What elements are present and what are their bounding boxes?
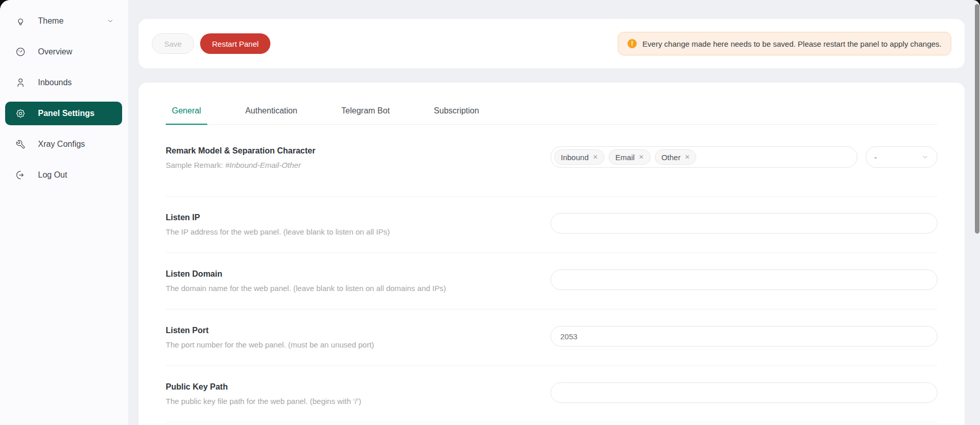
sidebar-item-inbounds[interactable]: Inbounds xyxy=(5,71,122,94)
chevron-down-icon xyxy=(107,17,114,25)
settings-row-public-key-path: Public Key Path The public key file path… xyxy=(166,366,937,422)
remove-tag-icon[interactable]: ✕ xyxy=(593,153,598,161)
wrench-icon xyxy=(15,139,26,149)
separator-character-select[interactable]: - xyxy=(866,146,937,168)
row-control xyxy=(551,382,937,403)
listen-ip-input[interactable] xyxy=(551,213,937,234)
sidebar-item-panel-settings[interactable]: Panel Settings xyxy=(5,102,122,125)
gear-icon xyxy=(15,108,26,119)
settings-row-listen-ip: Listen IP The IP address for the web pan… xyxy=(166,197,937,253)
row-title: Public Key Path xyxy=(166,382,520,392)
row-description: The IP address for the web panel. (leave… xyxy=(166,227,520,236)
tag-other: Other ✕ xyxy=(655,149,697,165)
remark-model-multiselect[interactable]: Inbound ✕ Email ✕ Other ✕ xyxy=(551,146,857,168)
sidebar-item-label: Xray Configs xyxy=(38,140,85,149)
tab-general[interactable]: General xyxy=(166,106,207,125)
sidebar-item-xray-configs[interactable]: Xray Configs xyxy=(5,132,122,156)
alert-text: Every change made here needs to be saved… xyxy=(642,40,942,48)
tab-authentication[interactable]: Authentication xyxy=(239,106,303,124)
row-title: Listen Domain xyxy=(166,269,520,279)
tag-label: Email xyxy=(615,153,635,162)
settings-row-remark-model: Remark Model & Separation Character Samp… xyxy=(166,125,937,197)
sidebar-item-label: Overview xyxy=(38,47,72,56)
logout-icon xyxy=(15,170,26,180)
sidebar-item-label: Theme xyxy=(38,16,64,26)
sidebar-item-label: Panel Settings xyxy=(38,109,94,118)
sidebar-item-log-out[interactable]: Log Out xyxy=(5,163,122,187)
remove-tag-icon[interactable]: ✕ xyxy=(684,153,690,161)
row-title: Remark Model & Separation Character xyxy=(166,146,520,156)
sample-remark-prefix: Sample Remark: xyxy=(166,161,225,169)
sidebar: Theme Overview Inbounds Panel Settings xyxy=(0,0,128,425)
row-label: Remark Model & Separation Character Samp… xyxy=(166,146,551,169)
settings-row-listen-port: Listen Port The port number for the web … xyxy=(166,310,937,366)
panel-settings-card: General Authentication Telegram Bot Subs… xyxy=(139,83,965,425)
sidebar-item-label: Log Out xyxy=(38,170,67,180)
tag-email: Email ✕ xyxy=(609,149,651,165)
tag-inbound: Inbound ✕ xyxy=(554,149,604,165)
remove-tag-icon[interactable]: ✕ xyxy=(639,153,644,161)
sample-remark-value: #Inbound-Email-Other xyxy=(225,161,301,169)
row-label: Listen Domain The domain name for the we… xyxy=(166,269,551,293)
tag-label: Other xyxy=(661,153,681,162)
row-control xyxy=(551,326,937,346)
settings-tabbar: General Authentication Telegram Bot Subs… xyxy=(166,83,937,125)
row-label: Public Key Path The public key file path… xyxy=(166,382,551,405)
row-control xyxy=(551,213,937,234)
row-control: Inbound ✕ Email ✕ Other ✕ - xyxy=(551,146,937,168)
row-description: The port number for the web panel. (must… xyxy=(166,340,520,349)
main-content: Save Restart Panel ! Every change made h… xyxy=(128,0,980,425)
gauge-icon xyxy=(15,47,26,57)
listen-port-input[interactable] xyxy=(551,326,937,346)
restart-warning-alert: ! Every change made here needs to be sav… xyxy=(618,32,951,55)
row-control xyxy=(551,269,937,290)
save-button[interactable]: Save xyxy=(152,33,194,54)
tab-subscription[interactable]: Subscription xyxy=(428,106,485,124)
chevron-down-icon xyxy=(922,153,929,161)
tag-label: Inbound xyxy=(561,153,589,162)
scrollbar-thumb[interactable] xyxy=(975,4,979,234)
settings-row-listen-domain: Listen Domain The domain name for the we… xyxy=(166,253,937,310)
public-key-path-input[interactable] xyxy=(551,382,937,403)
row-label: Listen Port The port number for the web … xyxy=(166,326,551,349)
lightbulb-icon xyxy=(15,16,26,26)
user-icon xyxy=(15,78,26,88)
row-description: Sample Remark: #Inbound-Email-Other xyxy=(166,161,520,169)
toolbar-buttons: Save Restart Panel xyxy=(152,33,270,54)
sidebar-item-theme[interactable]: Theme xyxy=(5,9,122,33)
restart-panel-button[interactable]: Restart Panel xyxy=(200,33,270,54)
sidebar-item-overview[interactable]: Overview xyxy=(5,40,122,64)
select-value: - xyxy=(874,153,877,162)
row-label: Listen IP The IP address for the web pan… xyxy=(166,213,551,236)
app-window: Theme Overview Inbounds Panel Settings xyxy=(0,0,980,425)
row-title: Listen Port xyxy=(166,326,520,335)
listen-domain-input[interactable] xyxy=(551,269,937,290)
toolbar-card: Save Restart Panel ! Every change made h… xyxy=(139,19,965,68)
row-title: Listen IP xyxy=(166,213,520,222)
row-description: The public key file path for the web pan… xyxy=(166,397,520,405)
tab-telegram-bot[interactable]: Telegram Bot xyxy=(335,106,396,124)
sidebar-item-label: Inbounds xyxy=(38,78,72,87)
warning-icon: ! xyxy=(628,39,637,48)
row-description: The domain name for the web panel. (leav… xyxy=(166,284,520,293)
